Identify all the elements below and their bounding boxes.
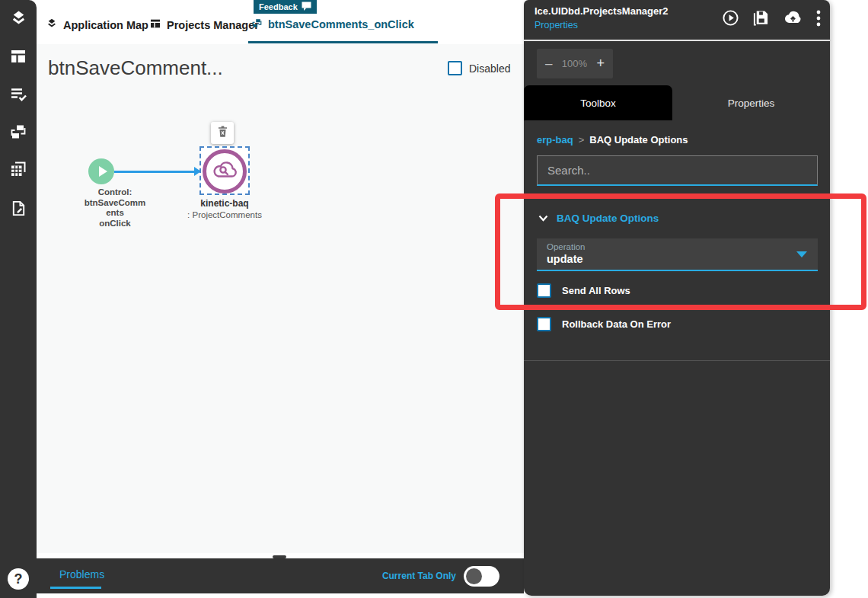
tab-btnsavecomments-onclick[interactable]: btnSaveComments_onClick: [251, 18, 414, 31]
feedback-badge[interactable]: Feedback: [254, 0, 317, 14]
speech-bubble-icon: [302, 2, 311, 12]
event-designer-canvas[interactable]: btnSaveComment... Disabled Control: btnS…: [37, 44, 524, 553]
app-id-title: Ice.UIDbd.ProjectsManager2: [535, 5, 669, 17]
tab-problems[interactable]: Problems: [59, 568, 104, 580]
section-title: BAQ Update Options: [557, 213, 659, 224]
feedback-label: Feedback: [259, 2, 298, 11]
save-button[interactable]: [752, 9, 770, 27]
tab-label: Application Map: [63, 19, 148, 31]
current-tab-only-control: Current Tab Only: [382, 558, 499, 593]
disabled-control: Disabled: [448, 61, 510, 75]
current-tab-only-label: Current Tab Only: [382, 571, 456, 581]
rollback-label: Rollback Data On Error: [562, 318, 671, 330]
trash-icon: [217, 126, 228, 141]
left-nav-rail: ?: [0, 0, 37, 598]
panel-tab-bar: Toolbox Properties: [524, 85, 830, 120]
zoom-in-button[interactable]: +: [596, 56, 605, 72]
zoom-control: – 100% +: [537, 49, 613, 78]
panel-divider: [524, 40, 830, 41]
breadcrumb-separator: >: [579, 134, 585, 146]
delete-node-button[interactable]: [211, 122, 234, 144]
rollback-checkbox[interactable]: [537, 317, 551, 331]
zoom-out-button[interactable]: –: [545, 56, 552, 72]
current-tab-only-toggle[interactable]: [464, 566, 499, 587]
document-edit-icon: [10, 200, 27, 220]
toggle-knob: [466, 568, 482, 584]
tab-projects-manager[interactable]: Projects Manager: [149, 18, 259, 32]
tab-properties[interactable]: Properties: [672, 85, 830, 120]
events-nav-button[interactable]: [0, 118, 37, 149]
data-grid-icon: [9, 160, 27, 181]
publish-button[interactable]: [783, 10, 803, 26]
breadcrumb-current: BAQ Update Options: [589, 134, 688, 146]
layers-icon: [46, 18, 58, 32]
document-tab-strip: Feedback Application Map Projects Manage…: [37, 0, 524, 44]
send-all-rows-checkbox[interactable]: [537, 283, 551, 298]
kinetic-baq-node[interactable]: [203, 149, 247, 193]
flow-events-icon: [9, 123, 27, 144]
event-start-node[interactable]: [88, 158, 114, 184]
tab-toolbox[interactable]: Toolbox: [524, 85, 672, 120]
layout-icon: [9, 47, 27, 69]
toolbox-search: [537, 155, 818, 186]
event-start-label: Control: btnSaveComm ents onClick: [62, 187, 168, 229]
data-views-nav-button[interactable]: [0, 155, 37, 186]
chevron-down-icon: [538, 211, 548, 225]
play-icon: [99, 166, 107, 177]
event-title: btnSaveComment...: [48, 56, 223, 80]
application-studio-window: ? Feedback Application Map Projects Mana…: [0, 0, 868, 598]
operation-dropdown[interactable]: Operation update: [537, 238, 818, 271]
zoom-level: 100%: [562, 58, 587, 69]
layout-icon: [149, 18, 161, 32]
kinetic-baq-node-label: kinetic-baq : ProjectComments: [164, 198, 286, 219]
tab-label: Projects Manager: [167, 19, 259, 31]
problems-tab-underline: [50, 587, 101, 589]
application-map-nav-button[interactable]: [0, 5, 37, 35]
list-check-icon: [9, 85, 27, 107]
toolbox-breadcrumb: erp-baq > BAQ Update Options: [537, 134, 688, 146]
question-mark-icon: ?: [14, 571, 23, 587]
toolbox-panel: Ice.UIDbd.ProjectsManager2 Properties – …: [524, 0, 830, 596]
panel-action-buttons: [722, 9, 821, 27]
help-button[interactable]: ?: [8, 568, 29, 590]
active-tab-underline: [248, 41, 438, 43]
dropdown-caret-icon: [796, 251, 807, 257]
overflow-menu-button[interactable]: [816, 10, 821, 27]
rollback-control: Rollback Data On Error: [537, 317, 671, 331]
properties-link[interactable]: Properties: [535, 20, 578, 30]
search-input[interactable]: [538, 156, 817, 184]
tab-label: btnSaveComments_onClick: [268, 18, 414, 30]
operation-value: update: [547, 253, 583, 265]
problems-bar: Problems Current Tab Only: [37, 558, 524, 593]
tab-application-map[interactable]: Application Map: [46, 18, 148, 32]
send-all-rows-label: Send All Rows: [562, 285, 630, 296]
cloud-search-icon: [212, 160, 238, 184]
layout-nav-button[interactable]: [0, 43, 37, 73]
disabled-checkbox[interactable]: [448, 61, 462, 75]
breadcrumb-root[interactable]: erp-baq: [537, 134, 573, 146]
preview-button[interactable]: [722, 9, 739, 27]
baq-update-options-section-header[interactable]: BAQ Update Options: [538, 211, 659, 225]
rules-nav-button[interactable]: [0, 81, 37, 111]
layers-icon: [9, 9, 28, 31]
functions-nav-button[interactable]: [0, 194, 37, 225]
send-all-rows-control: Send All Rows: [537, 283, 630, 298]
operation-label: Operation: [547, 242, 586, 251]
flow-connector-line: [114, 171, 195, 173]
disabled-label: Disabled: [469, 62, 510, 75]
content-divider: [524, 360, 830, 361]
flow-icon: [251, 18, 263, 31]
